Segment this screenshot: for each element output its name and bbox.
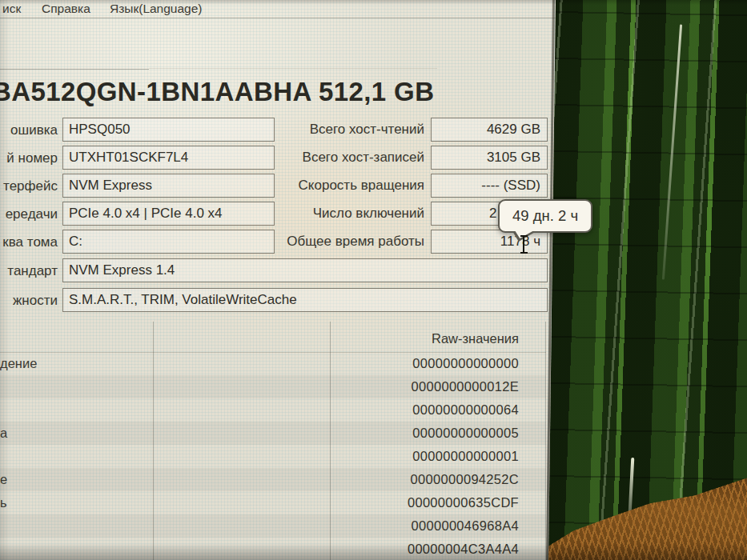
toolbar-divider: [149, 68, 437, 69]
label-host-reads: Всего хост-чтений: [200, 118, 424, 142]
label-power-on-count: Число включений: [200, 202, 424, 226]
label-firmware: ошивка: [0, 122, 58, 138]
bamboo-highlight: [662, 24, 682, 279]
label-features: жности: [0, 293, 58, 309]
smart-raw-value: 000000046968A4: [320, 514, 519, 538]
smart-row: е 0000000094252C: [0, 468, 546, 491]
smart-raw-value: 00000000000064: [320, 398, 519, 422]
label-rotation-rate: Скорость вращения: [200, 174, 424, 198]
label-transfer-mode: ередачи: [0, 206, 58, 222]
smart-row: 00000000000001: [0, 445, 546, 468]
smart-row: дение 00000000000000: [0, 352, 546, 375]
rotation-rate-value: ---- (SSD): [431, 174, 548, 198]
smart-raw-value: 00000000000005: [320, 422, 519, 445]
label-serial: й номер: [0, 150, 58, 166]
label-standard: тандарт: [0, 263, 58, 279]
power-on-hours-tooltip: 49 дн. 2 ч: [498, 199, 592, 233]
smart-row: 00000004C3A4A4: [0, 538, 546, 560]
disk-model-title: BA512QGN-1BN1AABHA 512,1 GB: [0, 77, 552, 107]
raw-values-header: Raw-значения: [320, 326, 519, 350]
label-host-writes: Всего хост-записей: [200, 146, 424, 170]
standard-value: NVM Express 1.4: [62, 258, 548, 282]
smart-attr-name: дение: [0, 352, 37, 375]
screen-photo: иск Справка Язык(Language) BA512QGN-1BN1…: [0, 0, 747, 560]
smart-attr-name: е: [0, 468, 7, 491]
smart-raw-value: 00000000635CDF: [320, 491, 519, 514]
dry-grass: [545, 462, 747, 560]
features-value: S.M.A.R.T., TRIM, VolatileWriteCache: [62, 288, 548, 312]
menu-bar: иск Справка Язык(Language): [0, 0, 556, 18]
menu-language[interactable]: Язык(Language): [110, 2, 203, 16]
smart-raw-value: 00000000000000: [320, 352, 519, 375]
host-reads-value: 4629 GB: [431, 118, 548, 142]
host-writes-value: 3105 GB: [431, 146, 548, 170]
smart-row: 0000000000012E: [0, 375, 546, 398]
smart-attr-name: ь: [0, 491, 7, 514]
label-interface: терфейс: [0, 178, 58, 194]
label-power-on-hours: Общее время работы: [200, 230, 424, 254]
smart-attr-name: а: [0, 422, 7, 445]
smart-raw-value: 00000004C3A4A4: [320, 538, 519, 560]
label-drive-letter: ква тома: [0, 234, 58, 250]
crystaldiskinfo-window: иск Справка Язык(Language) BA512QGN-1BN1…: [0, 0, 556, 560]
text-cursor-icon: [519, 235, 529, 254]
smart-row: 000000046968A4: [0, 514, 546, 538]
tooltip-text: 49 дн. 2 ч: [512, 207, 578, 224]
smart-raw-value: 00000000000001: [320, 445, 519, 468]
toolbar-divider: [0, 69, 149, 70]
menu-disk[interactable]: иск: [2, 2, 21, 16]
smart-row: а 00000000000005: [0, 422, 546, 445]
menu-help[interactable]: Справка: [42, 2, 90, 16]
smart-row: 00000000000064: [0, 398, 546, 422]
smart-raw-value: 0000000094252C: [320, 468, 519, 491]
smart-raw-value: 0000000000012E: [320, 375, 519, 398]
smart-row: ь 00000000635CDF: [0, 491, 546, 514]
